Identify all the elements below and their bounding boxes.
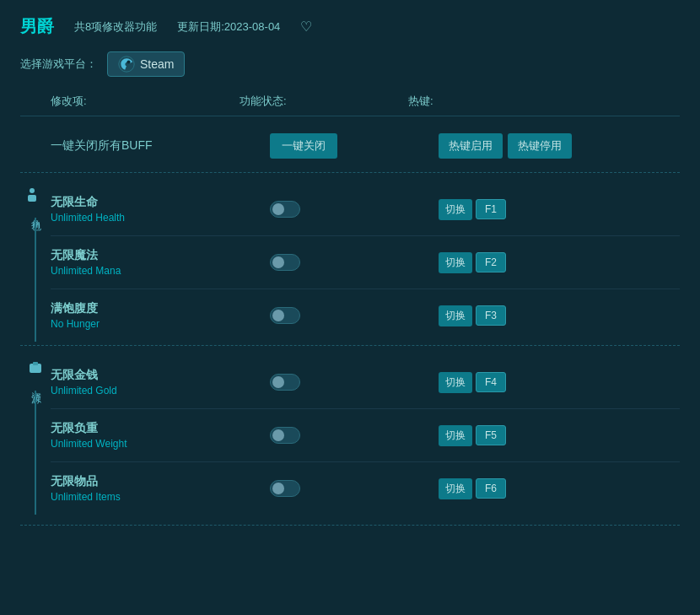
- section-sidebar-resources: 资源: [20, 356, 51, 515]
- item-count: 共8项修改器功能: [74, 19, 157, 35]
- mod-name-col-resources-0: 无限金钱Unlimited Gold: [51, 368, 270, 397]
- mod-toggle-col-character-0: [270, 201, 439, 218]
- section-icon-character: [27, 186, 44, 208]
- main-container: 男爵 共8项修改器功能 更新日期:2023-08-04 ♡ 选择游戏平台： St…: [0, 0, 700, 551]
- section-content-character: 无限生命Unlimited Health切换F1无限魔法Unlimited Ma…: [51, 183, 680, 342]
- mod-hotkey-col-resources-2: 切换F6: [439, 478, 506, 499]
- section-icon-resources: [27, 359, 44, 380]
- section-sidebar-character: 角色: [20, 183, 51, 342]
- toggle-knob-resources-2: [272, 483, 284, 494]
- mod-hotkey-col-resources-1: 切换F5: [439, 425, 506, 446]
- svg-point-1: [127, 60, 130, 63]
- hotkey-switch-btn-character-2[interactable]: 切换: [439, 305, 472, 326]
- mod-name-col-character-2: 满饱腹度No Hunger: [51, 301, 270, 330]
- toggle-knob-character-1: [272, 256, 284, 268]
- svg-rect-5: [33, 362, 38, 365]
- mod-name-en-resources-1: Unlimited Weight: [51, 438, 270, 450]
- toggle-knob-character-2: [272, 310, 284, 321]
- mod-toggle-col-character-2: [270, 307, 439, 324]
- mod-name-zh-character-1: 无限魔法: [51, 248, 270, 263]
- hotkey-switch-btn-resources-2[interactable]: 切换: [439, 478, 472, 499]
- sections-container: 角色无限生命Unlimited Health切换F1无限魔法Unlimited …: [20, 183, 680, 526]
- mod-name-en-resources-0: Unlimited Gold: [51, 385, 270, 397]
- toggle-switch-character-0[interactable]: [270, 201, 300, 218]
- mod-name-col-character-0: 无限生命Unlimited Health: [51, 195, 270, 224]
- mod-toggle-col-resources-2: [270, 480, 439, 497]
- hotkey-key-btn-resources-0[interactable]: F4: [476, 372, 506, 392]
- hotkey-key-btn-character-1[interactable]: F2: [476, 252, 506, 272]
- steam-logo-icon: [118, 56, 135, 73]
- mod-hotkey-col-character-0: 切换F1: [439, 199, 506, 220]
- toggle-knob-resources-0: [272, 376, 284, 388]
- buff-name: 一键关闭所有BUFF: [51, 138, 270, 154]
- section-content-resources: 无限金钱Unlimited Gold切换F4无限负重Unlimited Weig…: [51, 356, 680, 515]
- mod-row-character-1: 无限魔法Unlimited Mana切换F2: [51, 236, 680, 289]
- column-headers: 修改项: 功能状态: 热键:: [20, 94, 680, 116]
- hotkey-key-btn-resources-2[interactable]: F6: [476, 478, 506, 499]
- toggle-switch-resources-2[interactable]: [270, 480, 300, 497]
- hotkey-enable-button[interactable]: 热键启用: [439, 133, 503, 159]
- buff-section-divider: [20, 172, 680, 173]
- section-label-character: 角色: [29, 211, 43, 214]
- hotkey-switch-btn-character-1[interactable]: 切换: [439, 252, 472, 273]
- buff-status-col: 一键关闭: [270, 133, 439, 159]
- section-resources: 资源无限金钱Unlimited Gold切换F4无限负重Unlimited We…: [20, 356, 680, 515]
- mod-hotkey-col-character-1: 切换F2: [439, 252, 506, 273]
- mod-row-character-2: 满饱腹度No Hunger切换F3: [51, 289, 680, 342]
- mod-name-zh-character-2: 满饱腹度: [51, 301, 270, 316]
- buff-row: 一键关闭所有BUFF 一键关闭 热键启用 热键停用: [20, 123, 680, 169]
- mod-toggle-col-character-1: [270, 254, 439, 271]
- section-divider-0: [20, 345, 680, 346]
- hotkey-key-btn-resources-1[interactable]: F5: [476, 425, 506, 445]
- update-date: 更新日期:2023-08-04: [177, 19, 280, 35]
- rank-title: 男爵: [20, 15, 54, 38]
- mod-name-col-resources-2: 无限物品Unlimited Items: [51, 474, 270, 503]
- toggle-knob-character-0: [272, 203, 284, 215]
- footer-divider: [20, 525, 680, 526]
- svg-rect-2: [30, 188, 35, 193]
- steam-platform-button[interactable]: Steam: [107, 51, 185, 77]
- toggle-knob-resources-1: [272, 429, 284, 441]
- platform-label: 选择游戏平台：: [20, 57, 97, 72]
- mod-name-zh-character-0: 无限生命: [51, 195, 270, 210]
- section-label-resources: 资源: [29, 384, 43, 387]
- buff-hotkey-col: 热键启用 热键停用: [439, 133, 572, 159]
- mod-toggle-col-resources-0: [270, 374, 439, 391]
- hotkey-key-btn-character-0[interactable]: F1: [476, 199, 506, 219]
- toggle-switch-resources-0[interactable]: [270, 374, 300, 391]
- mod-name-en-resources-2: Unlimited Items: [51, 491, 270, 503]
- toggle-switch-character-2[interactable]: [270, 307, 300, 324]
- header-row: 男爵 共8项修改器功能 更新日期:2023-08-04 ♡: [20, 15, 680, 38]
- col-header-mod: 修改项:: [20, 94, 240, 109]
- mod-row-resources-0: 无限金钱Unlimited Gold切换F4: [51, 356, 680, 409]
- one-key-close-button[interactable]: 一键关闭: [270, 133, 337, 159]
- mod-name-en-character-0: Unlimited Health: [51, 212, 270, 224]
- mod-toggle-col-resources-1: [270, 427, 439, 444]
- mod-row-character-0: 无限生命Unlimited Health切换F1: [51, 183, 680, 236]
- toggle-switch-character-1[interactable]: [270, 254, 300, 271]
- mod-name-zh-resources-2: 无限物品: [51, 474, 270, 489]
- hotkey-switch-btn-character-0[interactable]: 切换: [439, 199, 472, 220]
- col-header-status: 功能状态:: [240, 94, 408, 109]
- platform-row: 选择游戏平台： Steam: [20, 51, 680, 77]
- mod-name-en-character-2: No Hunger: [51, 318, 270, 330]
- section-line-resources: [35, 391, 36, 515]
- col-header-hotkey: 热键:: [408, 94, 433, 109]
- mod-hotkey-col-resources-0: 切换F4: [439, 372, 506, 393]
- mod-name-zh-resources-1: 无限负重: [51, 421, 270, 436]
- section-line-character: [35, 218, 36, 342]
- steam-label: Steam: [140, 57, 174, 71]
- hotkey-switch-btn-resources-0[interactable]: 切换: [439, 372, 472, 393]
- mod-name-zh-resources-0: 无限金钱: [51, 368, 270, 383]
- mod-hotkey-col-character-2: 切换F3: [439, 305, 506, 326]
- favorite-icon[interactable]: ♡: [300, 19, 312, 35]
- mod-name-en-character-1: Unlimited Mana: [51, 265, 270, 277]
- mod-row-resources-1: 无限负重Unlimited Weight切换F5: [51, 409, 680, 462]
- toggle-switch-resources-1[interactable]: [270, 427, 300, 444]
- svg-rect-3: [28, 195, 36, 202]
- mod-name-col-character-1: 无限魔法Unlimited Mana: [51, 248, 270, 277]
- hotkey-key-btn-character-2[interactable]: F3: [476, 305, 506, 326]
- hotkey-switch-btn-resources-1[interactable]: 切换: [439, 425, 472, 446]
- mod-name-col-resources-1: 无限负重Unlimited Weight: [51, 421, 270, 450]
- hotkey-disable-button[interactable]: 热键停用: [508, 133, 572, 159]
